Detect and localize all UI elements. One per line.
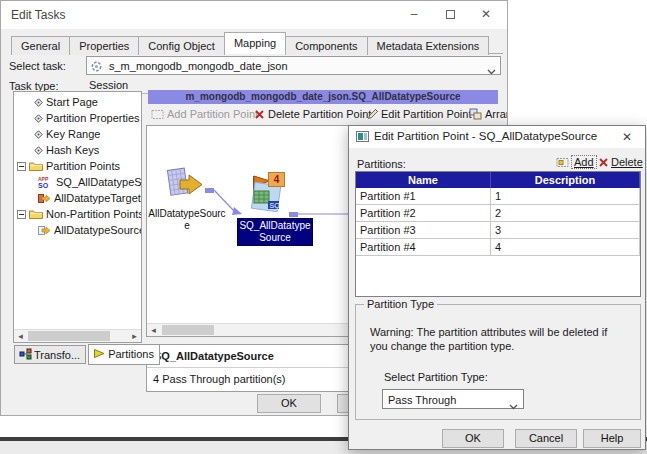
add-label: Add <box>571 155 597 169</box>
tab-general[interactable]: General <box>11 36 70 55</box>
partition-row[interactable]: Partition #44 <box>356 239 640 256</box>
partition-row[interactable]: Partition #33 <box>356 222 640 239</box>
window-titlebar: Edit Tasks – ✕ <box>1 1 507 29</box>
partition-description-cell[interactable]: 4 <box>491 239 640 255</box>
dialog-titlebar: Edit Partition Point - SQ_AllDatatypeSou… <box>349 126 645 148</box>
partition-type-dropdown[interactable]: Pass Through <box>382 389 524 409</box>
sq-part-icon: APPSO <box>38 176 53 188</box>
select-task-value: s_m_mongodb_mongodb_date_json <box>109 58 288 75</box>
dialog-help-button[interactable]: Help <box>583 429 641 448</box>
info-title: SQ_AllDatatypeSource <box>154 350 274 362</box>
chevron-down-icon <box>487 63 496 80</box>
tab-components[interactable]: Components <box>285 36 367 55</box>
add-partition-point-button[interactable]: Add Partition Point <box>151 106 258 122</box>
tree-item-label: Non-Partition Points <box>46 206 141 222</box>
add-button[interactable]: Add <box>556 156 597 170</box>
partition-count-badge: 4 <box>268 172 285 187</box>
expander-minus-icon[interactable] <box>17 162 26 171</box>
tree-item-partition-properties[interactable]: Partition Properties <box>14 110 141 126</box>
minimize-button[interactable]: – <box>399 3 429 25</box>
arrange-icon <box>469 110 482 122</box>
tree-item-label: Partition Points <box>46 158 120 174</box>
tree-item-hash-keys[interactable]: Hash Keys <box>14 142 141 158</box>
canvas-scrollbar-thumb[interactable] <box>162 325 214 335</box>
expander-minus-icon[interactable] <box>17 210 26 219</box>
tree-item-label: AllDatatypeTarget <box>54 190 141 206</box>
chevron-down-icon <box>509 397 518 415</box>
tab-transformations[interactable]: Transfo... <box>14 345 86 364</box>
arrange-label: Arrang <box>485 108 508 120</box>
partition-tree-panel: Start PagePartition PropertiesKey RangeH… <box>13 91 142 343</box>
info-detail: 4 Pass Through partition(s) <box>153 373 285 385</box>
select-task-combobox[interactable]: s_m_mongodb_mongodb_date_json <box>86 56 501 75</box>
partition-name-cell[interactable]: Partition #2 <box>356 205 491 221</box>
warning-text: Warning: The partition attributes will b… <box>370 325 615 353</box>
canvas-scroll-left-icon[interactable]: ◂ <box>147 324 160 336</box>
table-header-row: Name Description <box>356 172 640 188</box>
delete-button[interactable]: Delete <box>598 156 643 170</box>
arrange-button[interactable]: Arrang <box>469 106 508 122</box>
name-column-header[interactable]: Name <box>356 172 491 188</box>
dialog-close-button[interactable]: ✕ <box>615 129 639 146</box>
maximize-button[interactable] <box>435 3 465 25</box>
dialog-cancel-button[interactable]: Cancel <box>515 429 577 448</box>
tree-item-non-partition-points[interactable]: Non-Partition Points <box>14 206 141 222</box>
tree-item-label: Hash Keys <box>46 142 99 158</box>
tab-properties[interactable]: Properties <box>69 36 139 55</box>
delete-partition-point-button[interactable]: Delete Partition Point <box>254 106 371 122</box>
description-column-header[interactable]: Description <box>491 172 640 188</box>
delete-x-icon <box>254 110 265 122</box>
scrollbar-thumb[interactable] <box>28 331 110 341</box>
canvas-source-icon[interactable] <box>165 166 207 206</box>
partition-name-cell[interactable]: Partition #3 <box>356 222 491 238</box>
screen: Edit Tasks – ✕ GeneralPropertiesConfig O… <box>0 0 647 454</box>
partition-type-group-label: Partition Type <box>364 298 437 310</box>
tab-metadata-extensions[interactable]: Metadata Extensions <box>367 36 490 55</box>
dialog-ok-button[interactable]: OK <box>442 429 504 448</box>
edit-partition-point-label: Edit Partition Point <box>381 108 472 120</box>
task-type-value: Session <box>89 79 128 91</box>
tree-item-start-page[interactable]: Start Page <box>14 94 141 110</box>
diamond-icon <box>34 146 43 155</box>
partitions-label: Partitions: <box>357 158 406 170</box>
tree-item-alldatatypesource[interactable]: AllDatatypeSource <box>14 222 141 238</box>
scroll-left-icon[interactable]: ◂ <box>14 330 27 342</box>
edit-partition-point-button[interactable]: Edit Partition Point <box>367 106 472 122</box>
tab-transformations-label: Transfo... <box>34 349 80 361</box>
svg-text:SQ: SQ <box>270 202 281 210</box>
scroll-right-icon[interactable]: ▸ <box>128 330 141 342</box>
tree-item-alldatatypetarget[interactable]: AllDatatypeTarget <box>14 190 141 206</box>
partition-description-cell[interactable]: 3 <box>491 222 640 238</box>
select-partition-type-label: Select Partition Type: <box>384 371 488 383</box>
tab-partitions[interactable]: Partitions <box>88 344 160 365</box>
tree-item-sq-alldatatypesource[interactable]: APPSOSQ_AllDatatypeSource <box>14 174 141 190</box>
diamond-icon <box>34 98 43 107</box>
source-node-label[interactable]: AllDatatypeSource <box>148 208 226 232</box>
folder-icon <box>29 209 43 220</box>
window-title: Edit Tasks <box>11 8 65 22</box>
tree-item-label: Start Page <box>46 94 98 110</box>
partition-description-cell[interactable]: 1 <box>491 188 640 204</box>
tree-item-key-range[interactable]: Key Range <box>14 126 141 142</box>
partition-name-cell[interactable]: Partition #1 <box>356 188 491 204</box>
partition-description-cell[interactable]: 2 <box>491 205 640 221</box>
partition-row[interactable]: Partition #11 <box>356 188 640 205</box>
tab-strip: GeneralPropertiesConfig ObjectMappingCom… <box>11 34 503 54</box>
partitions-table: Name Description Partition #11Partition … <box>355 171 641 297</box>
dialog-title: Edit Partition Point - SQ_AllDatatypeSou… <box>374 130 597 142</box>
tree-horizontal-scrollbar[interactable]: ◂ ▸ <box>14 329 141 342</box>
tab-partitions-label: Partitions <box>108 348 154 360</box>
close-button[interactable]: ✕ <box>471 3 501 25</box>
maximize-icon <box>446 10 455 19</box>
tree-item-partition-points[interactable]: Partition Points <box>14 158 141 174</box>
transfo-icon <box>19 350 32 362</box>
partition-name-cell[interactable]: Partition #4 <box>356 239 491 255</box>
tab-mapping[interactable]: Mapping <box>224 32 286 54</box>
ok-button[interactable]: OK <box>257 394 321 413</box>
diamond-icon <box>34 130 43 139</box>
partition-row[interactable]: Partition #22 <box>356 205 640 222</box>
delete-x-icon <box>598 158 609 170</box>
tab-config-object[interactable]: Config Object <box>138 36 225 55</box>
sq-node-label[interactable]: SQ_AllDatatypeSource <box>237 218 313 246</box>
add-pp-icon <box>151 110 164 122</box>
